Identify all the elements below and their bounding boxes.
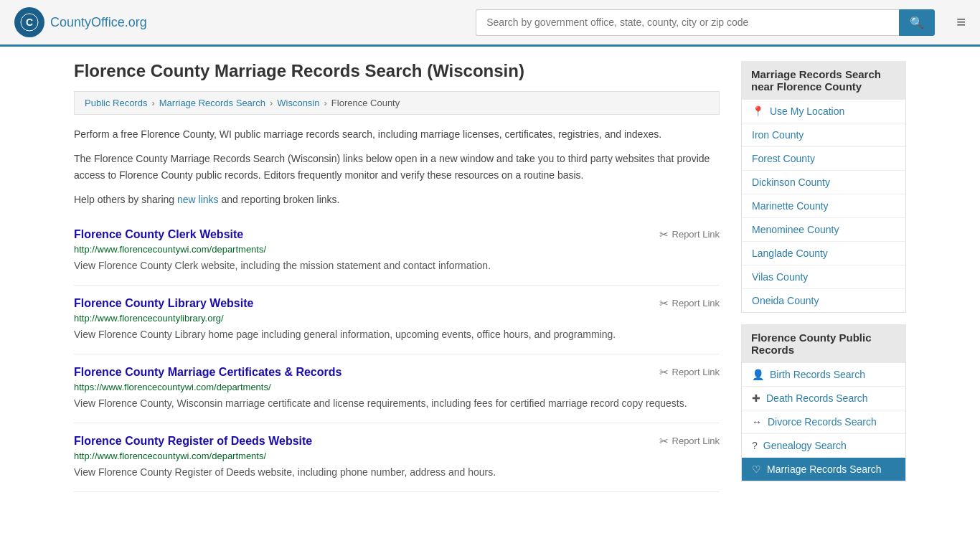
sidebar: Marriage Records Search near Florence Co…	[741, 61, 906, 493]
description-3-post: and reporting broken links.	[219, 194, 340, 205]
langlade-county-link[interactable]: Langlade County	[742, 242, 905, 265]
sidebar-item-menominee-county[interactable]: Menominee County	[742, 218, 905, 242]
report-label-1: Report Link	[672, 298, 720, 309]
sidebar-nearby-list: 📍 Use My Location Iron County Forest Cou…	[741, 100, 906, 313]
breadcrumb-marriage-records[interactable]: Marriage Records Search	[159, 98, 265, 108]
report-button-3[interactable]: ✂ Report Link	[659, 435, 720, 448]
langlade-county-label: Langlade County	[752, 248, 828, 259]
description-3-pre: Help others by sharing	[74, 194, 177, 205]
sidebar-public-records-section: Florence County Public Records 👤 Birth R…	[741, 324, 906, 481]
description-1: Perform a free Florence County, WI publi…	[74, 126, 720, 142]
vilas-county-label: Vilas County	[752, 271, 808, 283]
result-url-0[interactable]: http://www.florencecountywi.com/departme…	[74, 244, 720, 255]
use-location-link[interactable]: 📍 Use My Location	[742, 100, 905, 123]
sidebar-item-marinette-county[interactable]: Marinette County	[742, 194, 905, 218]
marriage-records-link[interactable]: ♡ Marriage Records Search	[742, 458, 905, 481]
result-title-1[interactable]: Florence County Library Website	[74, 297, 253, 310]
sidebar-item-oneida-county[interactable]: Oneida County	[742, 289, 905, 312]
description-2: The Florence County Marriage Records Sea…	[74, 151, 720, 183]
marriage-records-label: Marriage Records Search	[767, 463, 882, 475]
birth-icon: 👤	[752, 369, 764, 380]
result-url-1[interactable]: http://www.florencecountylibrary.org/	[74, 313, 720, 324]
breadcrumb-public-records[interactable]: Public Records	[85, 98, 147, 108]
iron-county-link[interactable]: Iron County	[742, 123, 905, 146]
breadcrumb: Public Records › Marriage Records Search…	[74, 91, 720, 115]
sidebar-item-birth-records[interactable]: 👤 Birth Records Search	[742, 363, 905, 387]
site-logo[interactable]: C CountyOffice.org	[14, 7, 147, 37]
description-3: Help others by sharing new links and rep…	[74, 192, 720, 207]
result-title-3[interactable]: Florence County Register of Deeds Websit…	[74, 435, 312, 448]
result-card-3: Florence County Register of Deeds Websit…	[74, 423, 720, 492]
result-url-3[interactable]: http://www.florencecountywi.com/departme…	[74, 451, 720, 461]
sidebar-nearby-section: Marriage Records Search near Florence Co…	[741, 61, 906, 313]
divorce-records-link[interactable]: ↔ Divorce Records Search	[742, 410, 905, 433]
breadcrumb-current: Florence County	[331, 98, 400, 108]
divorce-records-label: Divorce Records Search	[768, 416, 877, 428]
forest-county-label: Forest County	[752, 153, 815, 164]
sidebar-item-divorce-records[interactable]: ↔ Divorce Records Search	[742, 410, 905, 434]
forest-county-link[interactable]: Forest County	[742, 147, 905, 170]
menominee-county-label: Menominee County	[752, 224, 839, 235]
sidebar-item-langlade-county[interactable]: Langlade County	[742, 242, 905, 265]
result-card-2: Florence County Marriage Certificates & …	[74, 354, 720, 423]
sidebar-item-iron-county[interactable]: Iron County	[742, 123, 905, 147]
result-title-0[interactable]: Florence County Clerk Website	[74, 228, 243, 241]
report-icon-0: ✂	[659, 228, 669, 241]
main-container: Florence County Marriage Records Search …	[60, 47, 920, 507]
result-title-2[interactable]: Florence County Marriage Certificates & …	[74, 366, 341, 379]
report-button-1[interactable]: ✂ Report Link	[659, 297, 720, 310]
sidebar-item-genealogy[interactable]: ? Genealogy Search	[742, 434, 905, 458]
report-label-3: Report Link	[672, 435, 720, 446]
vilas-county-link[interactable]: Vilas County	[742, 265, 905, 288]
search-button[interactable]: 🔍	[899, 9, 935, 36]
new-links-link[interactable]: new links	[177, 194, 219, 205]
result-desc-1: View Florence County Library home page i…	[74, 327, 720, 342]
main-content: Florence County Marriage Records Search …	[74, 61, 720, 493]
death-icon: ✚	[752, 392, 760, 404]
birth-records-link[interactable]: 👤 Birth Records Search	[742, 363, 905, 386]
sidebar-public-records-list: 👤 Birth Records Search ✚ Death Records S…	[741, 363, 906, 481]
sidebar-item-dickinson-county[interactable]: Dickinson County	[742, 171, 905, 194]
menominee-county-link[interactable]: Menominee County	[742, 218, 905, 241]
result-header-3: Florence County Register of Deeds Websit…	[74, 435, 720, 448]
sidebar-item-death-records[interactable]: ✚ Death Records Search	[742, 387, 905, 410]
result-header-0: Florence County Clerk Website ✂ Report L…	[74, 228, 720, 241]
hamburger-icon: ≡	[956, 13, 966, 31]
breadcrumb-wisconsin[interactable]: Wisconsin	[277, 98, 319, 108]
divorce-icon: ↔	[752, 416, 762, 428]
report-button-2[interactable]: ✂ Report Link	[659, 366, 720, 379]
sidebar-nearby-header: Marriage Records Search near Florence Co…	[741, 61, 906, 100]
marinette-county-label: Marinette County	[752, 200, 829, 212]
sidebar-item-marriage-records[interactable]: ♡ Marriage Records Search	[742, 458, 905, 481]
search-input[interactable]	[476, 9, 899, 36]
dickinson-county-link[interactable]: Dickinson County	[742, 171, 905, 194]
sidebar-item-forest-county[interactable]: Forest County	[742, 147, 905, 171]
genealogy-label: Genealogy Search	[763, 440, 847, 451]
death-records-link[interactable]: ✚ Death Records Search	[742, 387, 905, 410]
report-icon-1: ✂	[659, 297, 669, 310]
page-title: Florence County Marriage Records Search …	[74, 61, 720, 81]
use-location-label: Use My Location	[770, 105, 844, 117]
sidebar-use-location[interactable]: 📍 Use My Location	[742, 100, 905, 123]
location-icon: 📍	[752, 105, 764, 117]
logo-text: CountyOffice.org	[50, 15, 147, 30]
result-card-0: Florence County Clerk Website ✂ Report L…	[74, 217, 720, 286]
oneida-county-link[interactable]: Oneida County	[742, 289, 905, 312]
result-url-2[interactable]: https://www.florencecountywi.com/departm…	[74, 382, 720, 392]
result-header-1: Florence County Library Website ✂ Report…	[74, 297, 720, 310]
marinette-county-link[interactable]: Marinette County	[742, 194, 905, 217]
breadcrumb-sep-2: ›	[270, 98, 273, 108]
result-card-1: Florence County Library Website ✂ Report…	[74, 286, 720, 354]
iron-county-label: Iron County	[752, 129, 804, 141]
breadcrumb-sep-3: ›	[324, 98, 327, 108]
genealogy-link[interactable]: ? Genealogy Search	[742, 434, 905, 457]
result-desc-2: View Florence County, Wisconsin marriage…	[74, 396, 720, 411]
death-records-label: Death Records Search	[766, 392, 868, 404]
result-desc-3: View Florence County Register of Deeds w…	[74, 465, 720, 480]
report-button-0[interactable]: ✂ Report Link	[659, 228, 720, 241]
sidebar-item-vilas-county[interactable]: Vilas County	[742, 265, 905, 289]
breadcrumb-sep-1: ›	[151, 98, 154, 108]
report-icon-2: ✂	[659, 366, 669, 379]
menu-button[interactable]: ≡	[956, 13, 966, 32]
logo-icon: C	[14, 7, 44, 37]
